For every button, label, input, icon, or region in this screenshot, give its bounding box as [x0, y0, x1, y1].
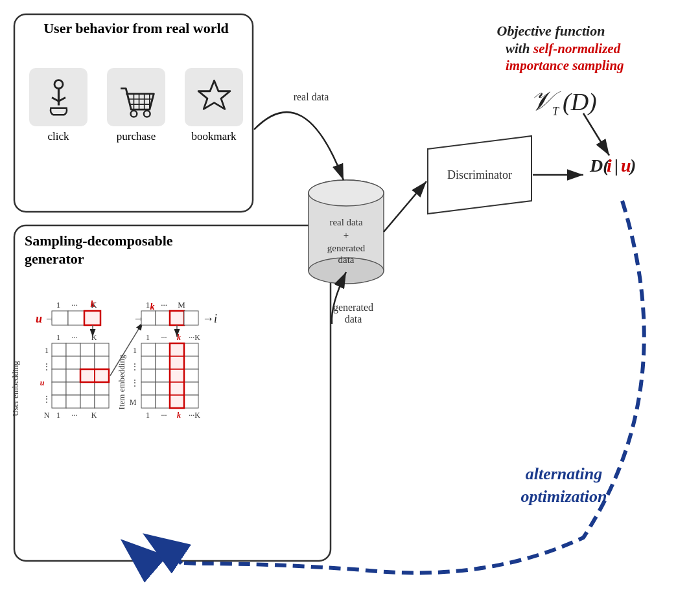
svg-point-135 [130, 110, 137, 117]
generator-title: Sampling-decomposable generator [25, 232, 219, 268]
svg-text:k: k [150, 302, 155, 312]
svg-rect-64 [80, 395, 95, 408]
svg-text:···: ··· [72, 411, 78, 420]
svg-rect-57 [95, 369, 109, 382]
svg-text:(D): (D) [563, 88, 597, 116]
icons-row: click [19, 68, 253, 143]
svg-rect-110 [170, 395, 184, 408]
svg-text:i: i [607, 155, 612, 176]
svg-text:D(: D( [589, 155, 610, 176]
svg-rect-63 [66, 395, 80, 408]
svg-rect-66 [80, 369, 109, 382]
purchase-label: purchase [117, 130, 156, 143]
svg-text:⋮: ⋮ [43, 394, 51, 404]
svg-text:K: K [91, 333, 97, 342]
svg-rect-102 [170, 369, 184, 382]
svg-rect-52 [80, 356, 95, 369]
svg-rect-35 [84, 311, 100, 325]
svg-text:): ) [628, 155, 636, 176]
bookmark-icon-item: bookmark [185, 68, 243, 143]
svg-text:1: 1 [45, 346, 49, 355]
svg-text:k: k [177, 411, 181, 420]
svg-rect-112 [170, 343, 184, 408]
svg-text:T: T [552, 105, 560, 118]
svg-rect-107 [184, 382, 198, 395]
svg-rect-92 [141, 343, 156, 356]
svg-text:⋮: ⋮ [43, 362, 51, 371]
svg-point-5 [309, 180, 384, 206]
svg-text:1: 1 [146, 411, 150, 420]
svg-text:M: M [130, 398, 137, 407]
svg-text:⋮: ⋮ [131, 362, 139, 371]
svg-text:with: with [506, 41, 530, 56]
svg-text:|: | [614, 155, 618, 176]
svg-rect-33 [52, 311, 68, 325]
svg-text:Objective function: Objective function [497, 23, 605, 39]
svg-rect-65 [95, 395, 109, 408]
svg-rect-109 [156, 395, 170, 408]
svg-text:···: ··· [71, 300, 78, 310]
svg-text:Item embedding: Item embedding [117, 354, 126, 409]
svg-text:data: data [345, 313, 362, 324]
svg-text:data: data [338, 255, 355, 265]
svg-text:N: N [44, 411, 50, 420]
bookmark-label: bookmark [192, 130, 237, 143]
svg-text:Discriminator: Discriminator [447, 168, 512, 181]
bookmark-icon-bg [185, 68, 243, 126]
svg-text:real data: real data [329, 217, 363, 227]
svg-rect-108 [141, 395, 156, 408]
svg-rect-60 [80, 382, 95, 395]
svg-marker-137 [198, 80, 230, 109]
svg-text:M: M [178, 300, 185, 310]
svg-rect-98 [170, 356, 184, 369]
svg-text:1: 1 [133, 346, 137, 355]
svg-text:𝒱: 𝒱 [529, 86, 561, 116]
svg-text:···: ··· [161, 411, 167, 420]
svg-text:1: 1 [146, 333, 150, 342]
svg-marker-13 [428, 136, 531, 214]
svg-rect-93 [156, 343, 170, 356]
svg-rect-111 [184, 395, 198, 408]
svg-rect-53 [95, 356, 109, 369]
svg-text:→: → [133, 312, 145, 325]
svg-rect-100 [141, 369, 156, 382]
svg-line-71 [110, 323, 143, 376]
svg-rect-78 [156, 311, 170, 325]
svg-rect-59 [66, 382, 80, 395]
svg-rect-56 [80, 369, 95, 382]
svg-point-8 [309, 180, 384, 206]
svg-text:K: K [91, 300, 97, 310]
svg-text:+: + [344, 230, 349, 240]
svg-rect-95 [184, 343, 198, 356]
svg-text:u: u [40, 378, 45, 387]
svg-line-16 [384, 181, 426, 232]
svg-point-136 [143, 110, 150, 117]
svg-rect-97 [156, 356, 170, 369]
svg-text:···K: ···K [189, 333, 200, 342]
svg-rect-104 [141, 382, 156, 395]
svg-text:1: 1 [146, 300, 150, 310]
svg-text:···: ··· [72, 333, 78, 342]
purchase-icon-item: purchase [107, 68, 165, 143]
svg-text:generated: generated [327, 243, 366, 253]
svg-rect-46 [52, 343, 66, 356]
svg-rect-79 [170, 311, 184, 325]
svg-text:self-normalized: self-normalized [533, 41, 621, 56]
svg-text:u: u [36, 312, 42, 325]
svg-rect-99 [184, 356, 198, 369]
svg-rect-50 [52, 356, 66, 369]
svg-rect-58 [52, 382, 66, 395]
svg-text:User embedding: User embedding [10, 361, 20, 416]
svg-line-23 [583, 113, 609, 155]
main-container: real data + generated data Discriminator… [0, 0, 700, 592]
svg-rect-77 [141, 311, 156, 325]
svg-text:1: 1 [56, 333, 60, 342]
svg-rect-103 [184, 369, 198, 382]
svg-rect-48 [80, 343, 95, 356]
svg-point-7 [309, 258, 384, 284]
svg-rect-49 [95, 343, 109, 356]
svg-rect-101 [156, 369, 170, 382]
svg-text:i: i [214, 312, 217, 325]
svg-rect-62 [52, 395, 66, 408]
svg-rect-96 [141, 356, 156, 369]
